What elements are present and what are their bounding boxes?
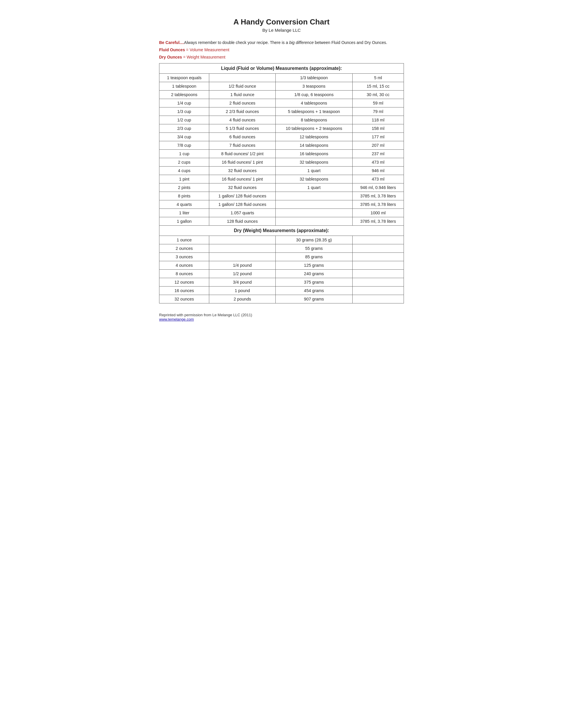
dry-ounces-value: = Weight Measurement — [182, 55, 225, 59]
table-row: 1/2 cup4 fluid ounces8 tablespoons118 ml — [159, 116, 404, 124]
table-cell: 1/2 pound — [209, 270, 276, 278]
table-cell: 10 tablespoons + 2 teaspoons — [275, 124, 352, 133]
table-cell: 3 teaspoons — [275, 82, 352, 91]
table-cell: 1 liter — [159, 209, 209, 217]
table-cell: 30 ml, 30 cc — [352, 91, 404, 99]
table-cell: 2/3 cup — [159, 124, 209, 133]
table-cell: 1/8 cup, 6 teaspoons — [275, 91, 352, 99]
table-row: 2 cups16 fluid ounces/ 1 pint32 tablespo… — [159, 158, 404, 167]
table-cell — [275, 200, 352, 209]
table-row: 2/3 cup5 1/3 fluid ounces10 tablespoons … — [159, 124, 404, 133]
table-cell: 375 grams — [275, 278, 352, 287]
dry-ounces-label: Dry Ounces — [159, 55, 182, 59]
table-cell: 4 fluid ounces — [209, 116, 276, 124]
table-cell: 1000 ml — [352, 209, 404, 217]
table-cell: 118 ml — [352, 116, 404, 124]
liquid-section-header: Liquid (Fluid or Volume) Measurements (a… — [159, 63, 404, 74]
table-cell — [352, 261, 404, 270]
table-cell: 7 fluid ounces — [209, 141, 276, 150]
dry-section-header: Dry (Weight) Measurements (approximate): — [159, 226, 404, 236]
table-cell: 1 cup — [159, 150, 209, 158]
table-cell: 5 tablespoons + 1 teaspoon — [275, 107, 352, 116]
table-cell: 7/8 cup — [159, 141, 209, 150]
table-cell: 1/4 pound — [209, 261, 276, 270]
table-cell: 4 ounces — [159, 261, 209, 270]
table-row: 4 ounces1/4 pound125 grams — [159, 261, 404, 270]
table-cell — [209, 236, 276, 244]
notice-end: between Fluid Ounces and Dry Ounces. — [314, 40, 387, 45]
table-cell: 8 pints — [159, 192, 209, 200]
table-cell — [352, 287, 404, 295]
table-cell: 2 pints — [159, 183, 209, 192]
conversion-table: Liquid (Fluid or Volume) Measurements (a… — [159, 63, 404, 303]
table-cell — [209, 244, 276, 253]
table-cell: 32 fluid ounces — [209, 167, 276, 175]
table-row: 8 pints1 gallon/ 128 fluid ounces3785 ml… — [159, 192, 404, 200]
footer-link[interactable]: www.lemelange.com — [159, 317, 194, 321]
table-cell: 2 ounces — [159, 244, 209, 253]
table-row: 7/8 cup7 fluid ounces14 tablespoons207 m… — [159, 141, 404, 150]
table-cell — [275, 217, 352, 226]
table-cell: 3785 ml, 3.78 liters — [352, 200, 404, 209]
table-cell: 12 ounces — [159, 278, 209, 287]
fluid-ounces-value: = Volume Measurement — [185, 47, 229, 52]
table-cell: 158 ml — [352, 124, 404, 133]
notice-line1: Be Careful....Always remember to double … — [159, 40, 404, 46]
table-cell: 55 grams — [275, 244, 352, 253]
table-cell: 4 quarts — [159, 200, 209, 209]
fluid-ounces-label: Fluid Ounces — [159, 47, 185, 52]
table-cell: 473 ml — [352, 175, 404, 183]
table-cell: 1/3 cup — [159, 107, 209, 116]
table-row: 4 cups32 fluid ounces1 quart946 ml — [159, 167, 404, 175]
table-cell: 32 tablespoons — [275, 158, 352, 167]
table-cell: 8 fluid ounces/ 1/2 pint — [209, 150, 276, 158]
table-cell: 1 ounce — [159, 236, 209, 244]
table-cell: 1 tablespoon — [159, 82, 209, 91]
notice-normal: Always remember to double check your rec… — [184, 40, 290, 45]
table-row: 12 ounces3/4 pound375 grams — [159, 278, 404, 287]
table-cell — [275, 192, 352, 200]
table-cell: 128 fluid ounces — [209, 217, 276, 226]
table-cell: 16 tablespoons — [275, 150, 352, 158]
table-cell: 1 pint — [159, 175, 209, 183]
table-cell: 59 ml — [352, 99, 404, 107]
table-cell: 3785 ml, 3.78 liters — [352, 217, 404, 226]
table-cell: 1 gallon/ 128 fluid ounces — [209, 200, 276, 209]
table-cell — [209, 253, 276, 261]
table-row: 1 pint16 fluid ounces/ 1 pint32 tablespo… — [159, 175, 404, 183]
table-cell: 8 tablespoons — [275, 116, 352, 124]
table-cell — [352, 244, 404, 253]
table-row: 3/4 cup6 fluid ounces12 tablespoons177 m… — [159, 133, 404, 141]
table-row: 1 cup8 fluid ounces/ 1/2 pint16 tablespo… — [159, 150, 404, 158]
table-cell: 1.057 quarts — [209, 209, 276, 217]
table-row: 2 ounces55 grams — [159, 244, 404, 253]
table-row: 1/3 cup2 2/3 fluid ounces5 tablespoons +… — [159, 107, 404, 116]
table-row: 1 ounce30 grams (28.35 g) — [159, 236, 404, 244]
table-cell: 125 grams — [275, 261, 352, 270]
table-cell: 85 grams — [275, 253, 352, 261]
table-cell: 1 quart — [275, 167, 352, 175]
table-row: 4 quarts1 gallon/ 128 fluid ounces3785 m… — [159, 200, 404, 209]
table-cell: 1 teaspoon equals — [159, 74, 209, 82]
table-cell: 473 ml — [352, 158, 404, 167]
table-cell: 6 fluid ounces — [209, 133, 276, 141]
table-row: 2 tablespoons1 fluid ounce1/8 cup, 6 tea… — [159, 91, 404, 99]
table-cell: 4 cups — [159, 167, 209, 175]
table-cell: 1 quart — [275, 183, 352, 192]
table-cell — [352, 295, 404, 303]
footer-text: Reprinted with permission from Le Melang… — [159, 313, 404, 317]
table-row: 32 ounces2 pounds907 grams — [159, 295, 404, 303]
table-cell: 15 ml, 15 cc — [352, 82, 404, 91]
table-cell: 946 ml — [352, 167, 404, 175]
footer: Reprinted with permission from Le Melang… — [159, 313, 404, 321]
table-row: 1 liter1.057 quarts1000 ml — [159, 209, 404, 217]
notice-bold: Be Careful.... — [159, 40, 184, 45]
table-cell: 32 tablespoons — [275, 175, 352, 183]
table-cell: 5 1/3 fluid ounces — [209, 124, 276, 133]
table-cell: 16 ounces — [159, 287, 209, 295]
table-cell: 177 ml — [352, 133, 404, 141]
table-row: 1 gallon128 fluid ounces3785 ml, 3.78 li… — [159, 217, 404, 226]
table-cell: 5 ml — [352, 74, 404, 82]
table-cell: 3/4 pound — [209, 278, 276, 287]
table-cell — [352, 278, 404, 287]
